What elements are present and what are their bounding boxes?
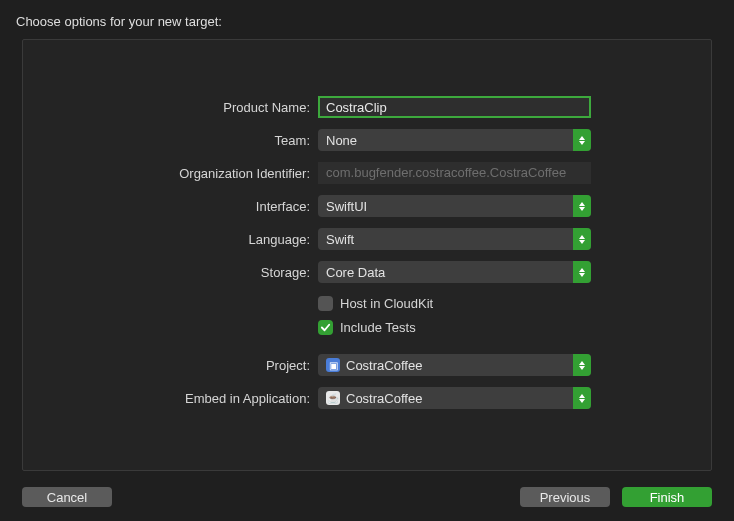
embed-select[interactable]: ☕ CostraCoffee xyxy=(318,387,591,409)
chevron-updown-icon xyxy=(573,228,591,250)
team-select[interactable]: None xyxy=(318,129,591,151)
previous-button[interactable]: Previous xyxy=(520,487,610,507)
host-cloudkit-checkbox[interactable] xyxy=(318,296,333,311)
chevron-updown-icon xyxy=(573,261,591,283)
product-name-label: Product Name: xyxy=(43,100,318,115)
team-value: None xyxy=(326,133,357,148)
xcode-project-icon: ▣ xyxy=(326,358,340,372)
storage-select[interactable]: Core Data xyxy=(318,261,591,283)
check-icon xyxy=(320,322,331,333)
org-id-label: Organization Identifier: xyxy=(43,166,318,181)
include-tests-checkbox[interactable] xyxy=(318,320,333,335)
storage-label: Storage: xyxy=(43,265,318,280)
include-tests-label: Include Tests xyxy=(340,320,416,335)
chevron-updown-icon xyxy=(573,195,591,217)
chevron-updown-icon xyxy=(573,129,591,151)
project-value: CostraCoffee xyxy=(346,358,422,373)
language-label: Language: xyxy=(43,232,318,247)
language-select[interactable]: Swift xyxy=(318,228,591,250)
language-value: Swift xyxy=(326,232,354,247)
product-name-input[interactable] xyxy=(318,96,591,118)
footer: Cancel Previous Finish xyxy=(0,487,734,507)
org-id-field: com.bugfender.costracoffee.CostraCoffee xyxy=(318,162,591,184)
team-label: Team: xyxy=(43,133,318,148)
project-select[interactable]: ▣ CostraCoffee xyxy=(318,354,591,376)
chevron-updown-icon xyxy=(573,387,591,409)
host-cloudkit-label: Host in CloudKit xyxy=(340,296,433,311)
chevron-updown-icon xyxy=(573,354,591,376)
interface-select[interactable]: SwiftUI xyxy=(318,195,591,217)
embed-value: CostraCoffee xyxy=(346,391,422,406)
app-icon: ☕ xyxy=(326,391,340,405)
interface-value: SwiftUI xyxy=(326,199,367,214)
embed-label: Embed in Application: xyxy=(43,391,318,406)
form-panel: Product Name: Team: None Organization Id… xyxy=(22,39,712,471)
dialog-title: Choose options for your new target: xyxy=(0,0,734,39)
project-label: Project: xyxy=(43,358,318,373)
finish-button[interactable]: Finish xyxy=(622,487,712,507)
cancel-button[interactable]: Cancel xyxy=(22,487,112,507)
storage-value: Core Data xyxy=(326,265,385,280)
interface-label: Interface: xyxy=(43,199,318,214)
